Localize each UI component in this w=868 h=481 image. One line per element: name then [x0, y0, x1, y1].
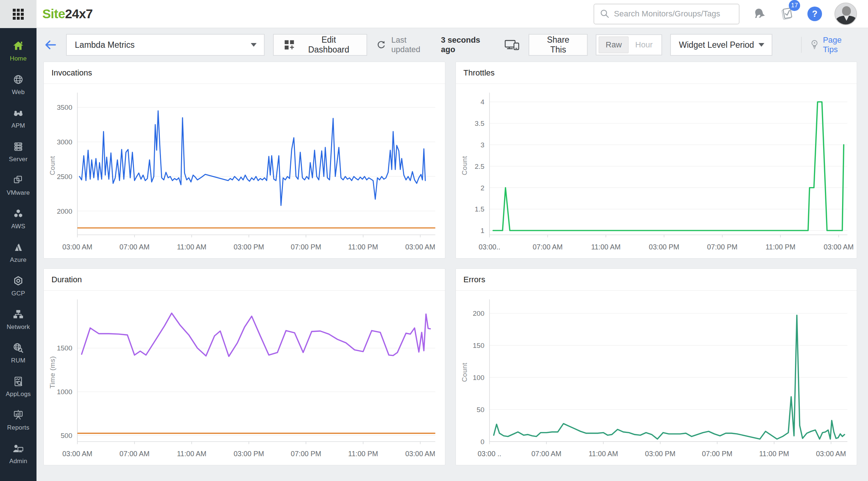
svg-text:3500: 3500: [57, 104, 72, 111]
svg-text:03:00 AM: 03:00 AM: [405, 243, 435, 251]
topbar: Site24x7 17: [37, 0, 868, 28]
logo-site: Site: [42, 7, 65, 21]
sidebar-item-label: AWS: [11, 223, 26, 230]
gcp-icon: [12, 274, 25, 287]
segment-raw[interactable]: Raw: [599, 36, 629, 53]
sidebar-item-apm[interactable]: APM: [0, 101, 37, 135]
toolbar-right-cluster: Share This Raw Hour Widget Level Period: [504, 34, 857, 56]
tasks-button[interactable]: 17: [779, 5, 795, 23]
edit-dashboard-label: Edit Dashboard: [300, 35, 357, 55]
svg-text:100: 100: [473, 374, 484, 381]
dashboard-select[interactable]: Lambda Metrics: [66, 34, 265, 56]
sidebar-item-home[interactable]: Home: [0, 34, 37, 67]
notification-count-badge: 17: [789, 0, 800, 11]
back-arrow-icon[interactable]: [43, 38, 58, 52]
app-rail: Home Web APM: [0, 0, 37, 481]
sidebar-item-admin[interactable]: Admin: [0, 437, 37, 470]
page-tips-button[interactable]: Page Tips: [810, 35, 857, 54]
svg-text:11:00 AM: 11:00 AM: [591, 243, 621, 251]
main-content: Lambda Metrics Edit Dashboard Last updat…: [37, 28, 868, 481]
svg-text:3: 3: [480, 141, 484, 149]
page-tips-label: Page Tips: [823, 35, 857, 54]
errors-chart: 05010015020003:00 ..07:00 AM11:00 AM03:0…: [456, 291, 857, 465]
sidebar-item-label: VMware: [7, 189, 30, 197]
sidebar-item-label: Reports: [7, 424, 30, 431]
search-icon: [599, 8, 610, 19]
svg-text:Count: Count: [460, 156, 468, 175]
avatar[interactable]: [834, 3, 857, 25]
svg-text:07:00 AM: 07:00 AM: [119, 450, 149, 458]
last-updated-value: 3 seconds ago: [441, 35, 495, 54]
sidebar-item-network[interactable]: Network: [0, 302, 37, 336]
bulb-icon: [810, 39, 819, 51]
home-icon: [12, 39, 25, 53]
svg-text:07:00 PM: 07:00 PM: [291, 450, 321, 458]
applogs-icon: [12, 375, 25, 388]
duration-line-chart: 5001000150003:00 AM07:00 AM11:00 AM03:00…: [44, 291, 445, 465]
dark-mode-moon-icon[interactable]: [780, 38, 793, 51]
apps-grid-icon: [12, 8, 24, 20]
sidebar-item-label: APM: [11, 122, 25, 129]
aws-cubes-icon: [12, 207, 25, 220]
segment-hour[interactable]: Hour: [629, 37, 659, 53]
sidebar-item-label: RUM: [11, 357, 25, 364]
svg-text:3.5: 3.5: [475, 120, 484, 127]
bell-icon[interactable]: [752, 7, 767, 21]
vmware-icon: [12, 174, 25, 187]
svg-text:11:00 AM: 11:00 AM: [177, 243, 207, 251]
svg-text:3000: 3000: [57, 138, 72, 146]
help-icon[interactable]: ?: [807, 7, 822, 21]
svg-text:07:00 AM: 07:00 AM: [531, 450, 561, 458]
svg-text:200: 200: [473, 310, 484, 317]
sidebar-item-label: Admin: [9, 458, 27, 465]
devices-icon[interactable]: [504, 38, 521, 52]
invocations-chart: 200025003000350003:00 AM07:00 AM11:00 AM…: [44, 84, 445, 258]
avatar-head: [842, 6, 851, 16]
sidebar-item-label: Server: [9, 156, 27, 163]
svg-text:Time (ms): Time (ms): [49, 356, 56, 388]
site24x7-logo: Site24x7: [42, 7, 93, 21]
sidebar-item-vmware[interactable]: VMware: [0, 168, 37, 202]
avatar-collar: [844, 16, 849, 21]
svg-text:1500: 1500: [57, 345, 72, 352]
svg-text:Count: Count: [49, 156, 56, 175]
sidebar-item-gcp[interactable]: GCP: [0, 269, 37, 302]
refresh-icon[interactable]: [376, 39, 387, 51]
search-input[interactable]: [614, 9, 734, 19]
sidebar-item-server[interactable]: Server: [0, 135, 37, 168]
sidebar-item-rum[interactable]: RUM: [0, 336, 37, 369]
sidebar-item-azure[interactable]: Azure: [0, 235, 37, 269]
svg-text:150: 150: [473, 342, 484, 349]
apps-menu-button[interactable]: [0, 0, 37, 28]
sidebar-item-label: Network: [7, 323, 30, 331]
svg-text:2.5: 2.5: [475, 163, 484, 170]
svg-text:07:00 PM: 07:00 PM: [702, 450, 732, 458]
svg-text:03:00 AM: 03:00 AM: [405, 450, 435, 458]
sidebar-item-label: GCP: [11, 290, 25, 297]
svg-text:03:00 PM: 03:00 PM: [649, 243, 679, 251]
sidebar-item-web[interactable]: Web: [0, 67, 37, 101]
sidebar-item-aws[interactable]: AWS: [0, 202, 37, 235]
svg-text:03:00 AM: 03:00 AM: [816, 450, 846, 458]
duration-chart: 5001000150003:00 AM07:00 AM11:00 AM03:00…: [44, 291, 445, 465]
svg-text:1: 1: [480, 227, 484, 234]
share-this-button[interactable]: Share This: [529, 34, 588, 56]
dashboard-toolbar: Lambda Metrics Edit Dashboard Last updat…: [37, 28, 868, 62]
svg-text:03:00 PM: 03:00 PM: [234, 243, 264, 251]
widget-period-select[interactable]: Widget Level Period: [670, 34, 772, 56]
throttles-line-chart: 11.522.533.5403:00..07:00 AM11:00 AM03:0…: [456, 84, 857, 258]
sidebar-item-reports[interactable]: Reports: [0, 403, 37, 437]
svg-text:2: 2: [480, 184, 484, 192]
sidebar-item-label: Azure: [10, 256, 26, 264]
widget-throttles: Throttles 11.522.533.5403:00..07:00 AM11…: [456, 62, 857, 259]
admin-icon: [12, 442, 25, 455]
topbar-right-cluster: 17 ?: [594, 3, 857, 25]
edit-dashboard-icon: [283, 39, 295, 51]
edit-dashboard-button[interactable]: Edit Dashboard: [273, 34, 367, 56]
svg-text:07:00 PM: 07:00 PM: [291, 243, 321, 251]
sidebar-item-applogs[interactable]: AppLogs: [0, 369, 37, 403]
svg-text:11:00 AM: 11:00 AM: [588, 450, 618, 458]
svg-text:50: 50: [476, 406, 484, 414]
reports-icon: [12, 408, 25, 422]
global-search[interactable]: [594, 4, 740, 24]
